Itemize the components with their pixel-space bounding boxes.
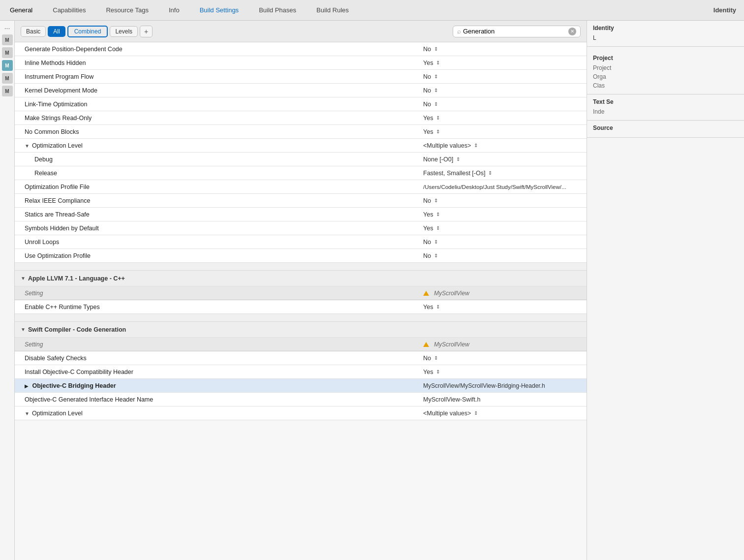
section-expand-icon[interactable]: ▼: [21, 327, 26, 332]
table-row[interactable]: Instrument Program Flow No ⇕: [15, 70, 587, 84]
section-expand-icon[interactable]: ▼: [21, 276, 26, 281]
stepper-icon[interactable]: ⇕: [434, 253, 438, 258]
setting-name: Optimization Profile File: [25, 184, 423, 190]
stepper-icon[interactable]: ⇕: [474, 143, 478, 148]
tab-general[interactable]: General: [0, 0, 43, 20]
setting-name: Use Optimization Profile: [25, 252, 423, 259]
right-row: Orga: [593, 72, 738, 81]
setting-name: Link-Time Optimization: [25, 101, 423, 108]
levels-button[interactable]: Levels: [110, 26, 138, 37]
expand-triangle[interactable]: ▼: [25, 411, 30, 416]
sidebar-item-m4[interactable]: M: [2, 73, 13, 84]
basic-button[interactable]: Basic: [21, 26, 46, 37]
combined-button[interactable]: Combined: [67, 26, 108, 37]
expand-triangle-right[interactable]: ▶: [25, 383, 29, 389]
setting-value: No ⇕: [423, 355, 581, 362]
search-input[interactable]: [463, 28, 566, 35]
table-row[interactable]: Relax IEEE Compliance No ⇕: [15, 194, 587, 208]
table-row[interactable]: Release Fastest, Smallest [-Os] ⇕: [15, 166, 587, 180]
table-row[interactable]: Optimization Profile File /Users/Codeliu…: [15, 180, 587, 194]
section-header-apple-llvm[interactable]: ▼ Apple LLVM 7.1 - Language - C++: [15, 271, 587, 286]
search-box: ⌕ ✕: [453, 26, 581, 37]
stepper-icon[interactable]: ⇕: [436, 225, 440, 231]
stepper-icon[interactable]: ⇕: [488, 170, 492, 176]
table-row[interactable]: Enable C++ Runtime Types Yes ⇕: [15, 300, 587, 314]
right-row-label: Project: [593, 64, 611, 71]
stepper-icon[interactable]: ⇕: [434, 198, 438, 203]
table-row-selected[interactable]: ▶ Objective-C Bridging Header MyScrollVi…: [15, 379, 587, 393]
tab-build-rules[interactable]: Build Rules: [307, 0, 359, 20]
settings-table: Generate Position-Dependent Code No ⇕ In…: [15, 42, 587, 560]
table-row[interactable]: No Common Blocks Yes ⇕: [15, 125, 587, 139]
table-row[interactable]: Use Optimization Profile No ⇕: [15, 249, 587, 263]
sidebar-item-m3[interactable]: M: [2, 60, 13, 71]
stepper-icon[interactable]: ⇕: [434, 355, 438, 361]
stepper-icon[interactable]: ⇕: [436, 115, 440, 121]
right-section-project: Project Project Orga Clas: [587, 51, 744, 94]
col-header-value: MyScrollView: [423, 290, 581, 297]
setting-name: Enable C++ Runtime Types: [25, 304, 423, 311]
clear-search-button[interactable]: ✕: [568, 28, 576, 35]
sidebar-item-m2[interactable]: M: [2, 47, 13, 58]
stepper-icon[interactable]: ⇕: [434, 74, 438, 79]
sidebar-item-m1[interactable]: M: [2, 34, 13, 45]
table-row[interactable]: Inline Methods Hidden Yes ⇕: [15, 56, 587, 70]
table-row[interactable]: Unroll Loops No ⇕: [15, 235, 587, 249]
setting-name: ▼Optimization Level: [25, 142, 423, 149]
stepper-icon[interactable]: ⇕: [434, 88, 438, 93]
add-button[interactable]: +: [140, 26, 153, 37]
table-row[interactable]: Symbols Hidden by Default Yes ⇕: [15, 221, 587, 235]
table-row[interactable]: Debug None [-O0] ⇕: [15, 153, 587, 166]
tab-capabilities[interactable]: Capabilities: [43, 0, 96, 20]
table-row-expandable[interactable]: ▼Optimization Level <Multiple values> ⇕: [15, 406, 587, 420]
setting-name: Install Objective-C Compatibility Header: [25, 369, 423, 375]
setting-value: Yes ⇕: [423, 369, 581, 375]
col-header-row: Setting MyScrollView: [15, 286, 587, 300]
table-row[interactable]: Objective-C Generated Interface Header N…: [15, 393, 587, 406]
table-row[interactable]: Make Strings Read-Only Yes ⇕: [15, 111, 587, 125]
stepper-icon[interactable]: ⇕: [434, 101, 438, 107]
setting-name: Inline Methods Hidden: [25, 60, 423, 66]
all-button[interactable]: All: [48, 26, 65, 37]
setting-name: Disable Safety Checks: [25, 355, 423, 362]
stepper-icon[interactable]: ⇕: [434, 46, 438, 52]
setting-value: Yes ⇕: [423, 128, 581, 135]
tab-build-settings[interactable]: Build Settings: [190, 0, 249, 20]
stepper-icon[interactable]: ⇕: [436, 212, 440, 217]
stepper-icon[interactable]: ⇕: [436, 304, 440, 310]
stepper-icon[interactable]: ⇕: [436, 369, 440, 374]
sidebar-item-m5[interactable]: M: [2, 86, 13, 96]
col-header-value: MyScrollView: [423, 341, 581, 348]
stepper-icon[interactable]: ⇕: [474, 410, 478, 416]
right-section-text-settings: Text Se Inde: [587, 94, 744, 121]
table-row[interactable]: Statics are Thread-Safe Yes ⇕: [15, 208, 587, 221]
stepper-icon[interactable]: ⇕: [456, 156, 460, 162]
stepper-icon[interactable]: ⇕: [434, 239, 438, 245]
setting-value: Yes ⇕: [423, 60, 581, 66]
table-row[interactable]: Disable Safety Checks No ⇕: [15, 351, 587, 365]
table-row[interactable]: Generate Position-Dependent Code No ⇕: [15, 42, 587, 56]
table-row-expandable[interactable]: ▼Optimization Level <Multiple values> ⇕: [15, 139, 587, 153]
tab-resource-tags[interactable]: Resource Tags: [96, 0, 158, 20]
section-header-swift[interactable]: ▼ Swift Compiler - Code Generation: [15, 322, 587, 338]
setting-value: <Multiple values> ⇕: [423, 142, 581, 149]
setting-value: Yes ⇕: [423, 115, 581, 122]
setting-name: Symbols Hidden by Default: [25, 225, 423, 232]
stepper-icon[interactable]: ⇕: [436, 129, 440, 134]
setting-name-bold: Objective-C Bridging Header: [32, 382, 116, 389]
setting-name: Release: [25, 170, 423, 177]
right-section-source: Source: [587, 121, 744, 138]
table-row[interactable]: Install Objective-C Compatibility Header…: [15, 365, 587, 379]
setting-value: No ⇕: [423, 239, 581, 246]
table-row[interactable]: Link-Time Optimization No ⇕: [15, 97, 587, 111]
stepper-icon[interactable]: ⇕: [436, 60, 440, 65]
setting-name: Objective-C Generated Interface Header N…: [25, 396, 423, 403]
project-title: Project: [593, 55, 738, 62]
right-row-label: Clas: [593, 82, 605, 89]
warning-triangle-icon: [423, 342, 429, 347]
table-row[interactable]: Kernel Development Mode No ⇕: [15, 84, 587, 97]
tab-info[interactable]: Info: [159, 0, 190, 20]
expand-triangle[interactable]: ▼: [25, 143, 30, 149]
main-panel: Basic All Combined Levels + ⌕ ✕ Generate…: [15, 21, 587, 560]
tab-build-phases[interactable]: Build Phases: [249, 0, 307, 20]
